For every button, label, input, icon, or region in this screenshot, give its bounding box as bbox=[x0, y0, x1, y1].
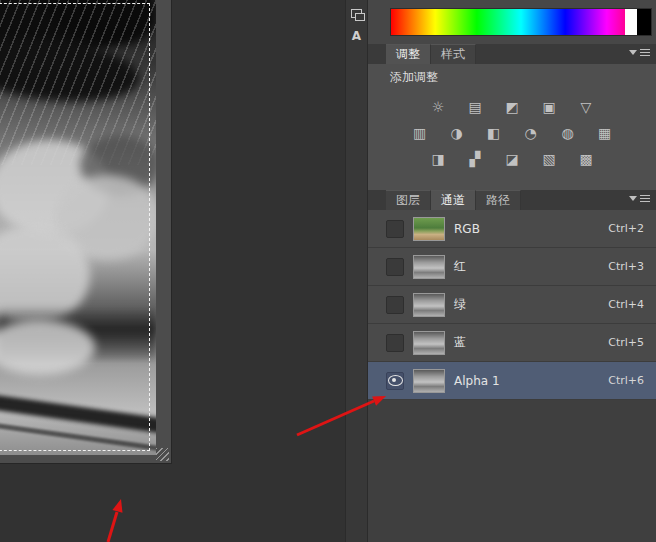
channel-mixer-icon[interactable]: ◍ bbox=[556, 123, 580, 143]
channels-list: RGB Ctrl+2 红 Ctrl+3 绿 Ctrl+4 蓝 Ctrl+5 bbox=[368, 210, 656, 400]
channels-tabbar: 图层 通道 路径 bbox=[368, 190, 656, 210]
black-white-icon[interactable]: ◧ bbox=[482, 123, 506, 143]
photoshop-workspace: A 调整 样式 添加调整 ☼ ▤ ◩ ▣ ▽ bbox=[0, 0, 656, 542]
arrow-bottom bbox=[108, 512, 117, 542]
resize-grip[interactable] bbox=[156, 448, 169, 461]
threshold-icon[interactable]: ◪ bbox=[500, 149, 524, 169]
channel-name: Alpha 1 bbox=[454, 374, 500, 388]
adjustment-icon-row: ▥ ◑ ◧ ◔ ◍ ▦ bbox=[368, 120, 656, 146]
visibility-toggle[interactable] bbox=[386, 220, 404, 238]
arrow-head bbox=[112, 499, 122, 513]
adjustments-tabbar: 调整 样式 bbox=[368, 44, 656, 64]
selection-marching-ants bbox=[0, 3, 150, 451]
channel-shortcut: Ctrl+4 bbox=[608, 298, 644, 311]
channel-name: 红 bbox=[454, 258, 466, 275]
character-panel-glyph: A bbox=[352, 29, 361, 43]
color-lookup-icon[interactable]: ▦ bbox=[593, 123, 617, 143]
swatches-panel-icon[interactable] bbox=[348, 5, 365, 22]
visibility-toggle[interactable] bbox=[386, 372, 404, 390]
panel-dock: A bbox=[345, 0, 368, 542]
channel-shortcut: Ctrl+6 bbox=[608, 374, 644, 387]
adjustment-icon-row: ☼ ▤ ◩ ▣ ▽ bbox=[368, 94, 656, 120]
visibility-toggle[interactable] bbox=[386, 296, 404, 314]
gradient-map-icon[interactable]: ▧ bbox=[537, 149, 561, 169]
channel-row-red[interactable]: 红 Ctrl+3 bbox=[368, 248, 656, 286]
channel-row-blue[interactable]: 蓝 Ctrl+5 bbox=[368, 324, 656, 362]
tab-adjustments[interactable]: 调整 bbox=[386, 44, 431, 64]
canvas-image[interactable] bbox=[0, 0, 156, 455]
adjustments-panel: 添加调整 ☼ ▤ ◩ ▣ ▽ ▥ ◑ ◧ ◔ ◍ ▦ ◨ ▞ ◪ ▧ ▩ bbox=[368, 64, 656, 190]
color-spectrum-bar[interactable] bbox=[390, 8, 652, 36]
tab-layers[interactable]: 图层 bbox=[386, 190, 431, 210]
photo-filter-icon[interactable]: ◔ bbox=[519, 123, 543, 143]
channel-row-alpha1[interactable]: Alpha 1 Ctrl+6 bbox=[368, 362, 656, 400]
channel-row-rgb[interactable]: RGB Ctrl+2 bbox=[368, 210, 656, 248]
curves-icon[interactable]: ◩ bbox=[500, 97, 524, 117]
right-panel: 调整 样式 添加调整 ☼ ▤ ◩ ▣ ▽ ▥ ◑ ◧ ◔ ◍ ▦ ◨ bbox=[368, 0, 656, 542]
channel-row-green[interactable]: 绿 Ctrl+4 bbox=[368, 286, 656, 324]
adjustment-icon-row: ◨ ▞ ◪ ▧ ▩ bbox=[368, 146, 656, 172]
channel-shortcut: Ctrl+5 bbox=[608, 336, 644, 349]
invert-icon[interactable]: ◨ bbox=[426, 149, 450, 169]
hue-saturation-icon[interactable]: ▥ bbox=[408, 123, 432, 143]
channel-shortcut: Ctrl+2 bbox=[608, 222, 644, 235]
vibrance-icon[interactable]: ▽ bbox=[574, 97, 598, 117]
exposure-icon[interactable]: ▣ bbox=[537, 97, 561, 117]
channel-name: 蓝 bbox=[454, 334, 466, 351]
brightness-contrast-icon[interactable]: ☼ bbox=[426, 97, 450, 117]
panel-menu-icon[interactable] bbox=[629, 49, 650, 56]
black-swatch[interactable] bbox=[637, 9, 651, 35]
white-swatch[interactable] bbox=[625, 9, 637, 35]
tab-paths[interactable]: 路径 bbox=[476, 190, 521, 210]
channel-name: RGB bbox=[454, 222, 480, 236]
selective-color-icon[interactable]: ▩ bbox=[574, 149, 598, 169]
channels-panel-empty-area bbox=[368, 400, 656, 542]
channel-thumbnail bbox=[413, 369, 445, 393]
add-adjustments-label: 添加调整 bbox=[390, 69, 656, 86]
visibility-toggle[interactable] bbox=[386, 258, 404, 276]
tab-styles[interactable]: 样式 bbox=[431, 44, 476, 64]
character-panel-icon[interactable]: A bbox=[348, 27, 365, 44]
color-panel bbox=[368, 0, 656, 44]
channel-thumbnail bbox=[413, 217, 445, 241]
channel-name: 绿 bbox=[454, 296, 466, 313]
channel-thumbnail bbox=[413, 331, 445, 355]
levels-icon[interactable]: ▤ bbox=[463, 97, 487, 117]
channel-thumbnail bbox=[413, 255, 445, 279]
document-window bbox=[0, 0, 172, 464]
posterize-icon[interactable]: ▞ bbox=[463, 149, 487, 169]
channel-shortcut: Ctrl+3 bbox=[608, 260, 644, 273]
color-balance-icon[interactable]: ◑ bbox=[445, 123, 469, 143]
eye-icon bbox=[388, 375, 403, 386]
tab-channels[interactable]: 通道 bbox=[431, 190, 476, 210]
channel-thumbnail bbox=[413, 293, 445, 317]
visibility-toggle[interactable] bbox=[386, 334, 404, 352]
panel-menu-icon[interactable] bbox=[629, 195, 650, 202]
